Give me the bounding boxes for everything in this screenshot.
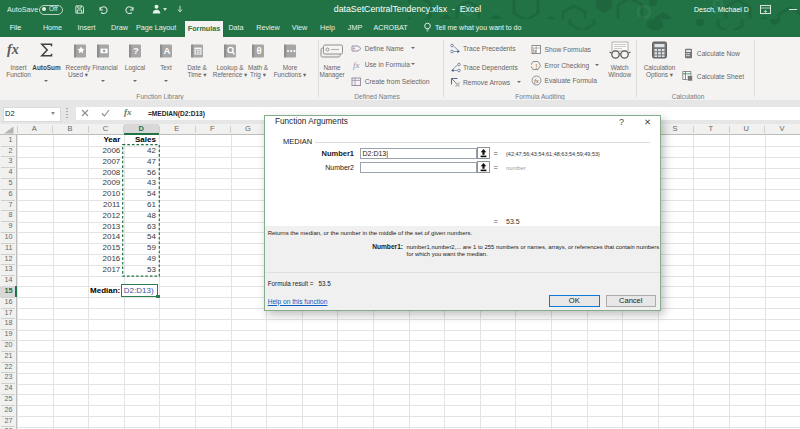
svg-text:fx: fx xyxy=(534,77,539,84)
svg-text:A: A xyxy=(164,45,171,56)
svg-text:fx: fx xyxy=(353,60,360,70)
svg-text:fx: fx xyxy=(533,48,538,54)
svg-text:θ: θ xyxy=(256,45,261,56)
svg-text:!: ! xyxy=(535,63,537,70)
svg-text:?: ? xyxy=(133,45,139,56)
